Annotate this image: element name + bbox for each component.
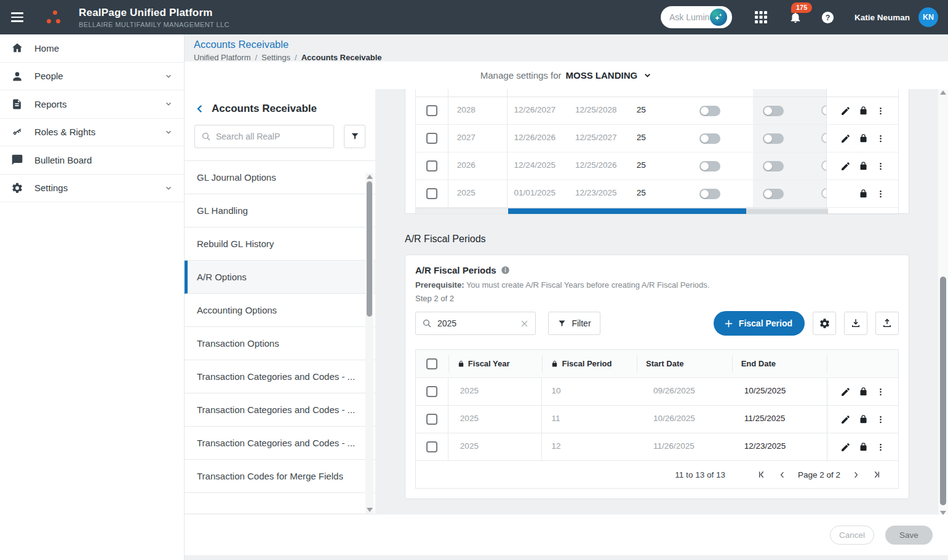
radio-button[interactable] (821, 160, 826, 171)
lock-icon[interactable] (859, 387, 868, 396)
column-header-fiscal-period[interactable]: Fiscal Period (562, 359, 611, 368)
column-header-start-date[interactable]: Start Date (646, 359, 683, 368)
sidebar-item-roles-rights[interactable]: Roles & Rights (0, 119, 184, 147)
panel-search-input[interactable] (216, 132, 327, 141)
panel-scrollbar[interactable] (365, 173, 373, 513)
fiscal-periods-search-box[interactable] (415, 312, 536, 335)
fiscal-periods-search-input[interactable] (437, 318, 520, 328)
lumina-sparkle-icon[interactable] (710, 9, 727, 26)
scroll-down-arrow-icon[interactable] (367, 508, 373, 512)
sidebar-item-bulletin-board[interactable]: Bulletin Board (0, 146, 184, 175)
kebab-menu-icon[interactable] (876, 442, 885, 452)
filter-button[interactable]: Filter (548, 312, 600, 335)
row-checkbox[interactable] (426, 160, 437, 172)
info-icon[interactable] (501, 266, 510, 275)
column-header-end-date[interactable]: End Date (741, 359, 776, 368)
table-settings-button[interactable] (813, 312, 836, 335)
chevron-down-icon[interactable] (643, 71, 652, 80)
kebab-menu-icon[interactable] (876, 161, 885, 172)
avatar[interactable]: KN (918, 7, 938, 27)
horizontal-scrollbar-thumb[interactable] (508, 208, 746, 214)
ask-lumina-input[interactable] (669, 12, 710, 22)
scroll-up-arrow-icon[interactable] (367, 175, 373, 179)
kebab-menu-icon[interactable] (876, 106, 885, 116)
toggle-switch[interactable] (763, 106, 784, 116)
breadcrumb-segment[interactable]: Settings (261, 53, 290, 62)
lock-icon[interactable] (859, 442, 868, 452)
ask-lumina-search[interactable] (661, 6, 732, 28)
app-grid-icon[interactable] (754, 10, 768, 24)
lock-icon[interactable] (859, 133, 868, 143)
row-checkbox[interactable] (426, 441, 437, 452)
save-button[interactable]: Save (885, 526, 933, 545)
page-scrollbar[interactable] (938, 89, 948, 516)
user-name[interactable]: Katie Neuman (854, 13, 910, 22)
settings-panel-item-a-r-options[interactable]: A/R Options (185, 261, 375, 294)
lock-icon[interactable] (859, 189, 868, 199)
kebab-menu-icon[interactable] (876, 414, 885, 425)
row-checkbox[interactable] (426, 386, 437, 397)
kebab-menu-icon[interactable] (876, 189, 885, 199)
kebab-menu-icon[interactable] (876, 133, 885, 144)
sidebar-item-settings[interactable]: Settings (0, 175, 184, 203)
toggle-switch[interactable] (763, 189, 784, 199)
settings-panel-item-transaction-categories-and-codes[interactable]: Transaction Categories and Codes - ... (185, 360, 375, 393)
panel-scrollbar-thumb[interactable] (367, 181, 372, 317)
edit-pencil-icon[interactable] (840, 414, 851, 425)
lock-icon[interactable] (859, 106, 868, 116)
settings-panel-item-rebuild-gl-history[interactable]: Rebuild GL History (185, 227, 375, 261)
lock-icon[interactable] (859, 414, 868, 424)
sidebar-item-people[interactable]: People (0, 63, 184, 91)
manage-settings-entity[interactable]: MOSS LANDING (566, 70, 638, 81)
toggle-switch[interactable] (699, 133, 720, 144)
radio-button[interactable] (821, 133, 826, 143)
settings-panel-item-gl-journal-options[interactable]: GL Journal Options (185, 161, 375, 194)
settings-panel-item-accounting-options[interactable]: Accounting Options (185, 294, 375, 327)
add-fiscal-period-button[interactable]: Fiscal Period (714, 311, 805, 336)
edit-pencil-icon[interactable] (840, 133, 851, 144)
scroll-up-arrow-icon[interactable] (940, 90, 946, 95)
first-page-button[interactable] (757, 470, 767, 479)
breadcrumb-segment[interactable]: Unified Platform (194, 53, 250, 62)
clear-search-icon[interactable] (520, 319, 529, 328)
toggle-switch[interactable] (699, 161, 720, 172)
upload-button[interactable] (875, 312, 899, 335)
toggle-switch[interactable] (763, 161, 784, 172)
row-checkbox[interactable] (426, 105, 437, 116)
edit-pencil-icon[interactable] (840, 442, 851, 452)
back-chevron-icon[interactable] (194, 103, 205, 114)
next-page-button[interactable] (851, 470, 861, 479)
page-scrollbar-thumb[interactable] (940, 277, 946, 505)
lock-icon[interactable] (859, 161, 868, 171)
kebab-menu-icon[interactable] (876, 387, 885, 397)
settings-panel-item-transaction-codes-for-merge-fields[interactable]: Transaction Codes for Merge Fields (185, 460, 375, 493)
row-checkbox[interactable] (426, 133, 437, 144)
edit-pencil-icon[interactable] (840, 161, 851, 172)
radio-button[interactable] (821, 188, 826, 199)
download-button[interactable] (844, 312, 867, 335)
cancel-button[interactable]: Cancel (830, 526, 874, 545)
help-icon[interactable]: ? (821, 10, 835, 25)
settings-panel-item-gl-handling[interactable]: GL Handling (185, 194, 375, 227)
edit-pencil-icon[interactable] (840, 106, 851, 116)
toggle-switch[interactable] (699, 106, 720, 116)
hamburger-menu-icon[interactable] (11, 10, 26, 25)
toggle-switch[interactable] (699, 189, 720, 199)
toggle-switch[interactable] (763, 133, 784, 144)
settings-panel-item-transaction-categories-and-codes[interactable]: Transaction Categories and Codes - ... (185, 427, 375, 460)
radio-button[interactable] (821, 105, 826, 116)
page-title-link[interactable]: Accounts Receivable (194, 39, 289, 50)
sidebar-item-home[interactable]: Home (0, 34, 184, 63)
column-header-fiscal-year[interactable]: Fiscal Year (468, 359, 510, 368)
settings-panel-item-transaction-categories-and-codes[interactable]: Transaction Categories and Codes - ... (185, 393, 375, 427)
panel-filter-button[interactable] (344, 125, 365, 148)
notifications-bell-icon[interactable]: 175 (789, 10, 802, 24)
edit-pencil-icon[interactable] (840, 387, 851, 397)
sidebar-item-reports[interactable]: Reports (0, 90, 184, 119)
last-page-button[interactable] (872, 470, 882, 479)
select-all-checkbox[interactable] (426, 358, 437, 369)
row-checkbox[interactable] (426, 414, 437, 425)
previous-page-button[interactable] (778, 470, 787, 479)
row-checkbox[interactable] (426, 188, 437, 199)
panel-search-box[interactable] (194, 125, 334, 148)
